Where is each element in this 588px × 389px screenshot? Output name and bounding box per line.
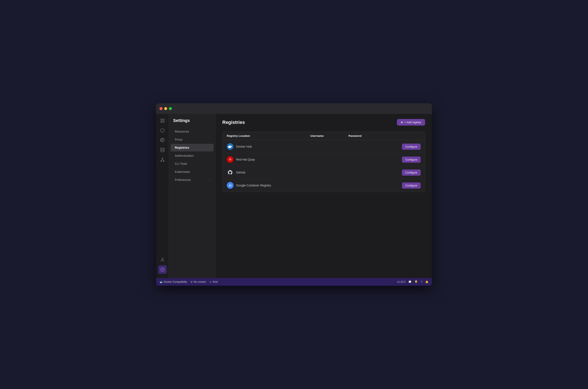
sidebar-item-cli-tools[interactable]: CLI Tools <box>170 160 214 167</box>
google-container-icon: AI <box>227 182 233 189</box>
col-password: Password <box>349 134 387 137</box>
version-label: v1.10.3 <box>397 280 405 283</box>
sidebar-icon-extensions[interactable] <box>158 136 167 144</box>
col-username: Username <box>310 134 349 137</box>
col-actions <box>387 134 421 137</box>
table-row: Red Hat Quay Configure <box>223 153 425 166</box>
table-row: AI Google Container Registry Configure <box>223 179 425 192</box>
icon-sidebar-bottom <box>158 256 167 276</box>
configure-docker-hub-button[interactable]: Configure <box>402 144 421 150</box>
no-context-item[interactable]: ⊘ No context <box>191 280 206 283</box>
registry-name-github: GitHub <box>227 169 310 176</box>
status-left: 🐋 Docker Compatibility ⊘ No context ⚠ Ki… <box>160 280 218 283</box>
sidebar-item-registries[interactable]: Registries <box>170 144 214 151</box>
svg-point-7 <box>162 158 163 159</box>
docker-hub-name: Docker Hub <box>236 145 252 148</box>
table-row: Docker Hub Configure <box>223 140 425 153</box>
docker-compatibility-label: Docker Compatibility <box>164 280 187 283</box>
chat-icon[interactable]: 💬 <box>408 280 412 283</box>
title-bar <box>156 103 432 114</box>
no-context-icon: ⊘ <box>191 280 193 283</box>
table-row: GitHub Configure <box>223 166 425 179</box>
icon-sidebar <box>156 114 169 278</box>
configure-github-button[interactable]: Configure <box>402 169 421 176</box>
google-container-name: Google Container Registry <box>236 184 271 187</box>
github-name: GitHub <box>236 171 245 174</box>
status-bar: 🐋 Docker Compatibility ⊘ No context ⚠ Ki… <box>156 278 432 286</box>
sidebar-icon-settings[interactable] <box>158 265 167 274</box>
sidebar-icon-user[interactable] <box>158 256 167 264</box>
main-layout: Settings Resources Proxy Registries Auth… <box>156 114 432 278</box>
table-header: Registry Location Username Password <box>223 132 425 140</box>
registry-name-redhat: Red Hat Quay <box>227 156 310 163</box>
svg-line-10 <box>161 159 162 161</box>
sidebar-item-label-kubernetes: Kubernetes <box>175 170 190 173</box>
sidebar-item-authentication[interactable]: Authentication <box>170 152 214 160</box>
redhat-quay-icon <box>227 156 233 163</box>
bulb-icon[interactable]: 💡 <box>415 280 418 283</box>
github-icon <box>227 169 233 176</box>
svg-rect-0 <box>161 119 162 120</box>
bell-icon[interactable]: 🔔 <box>425 280 428 283</box>
maximize-button[interactable] <box>169 107 172 110</box>
docker-hub-icon <box>227 143 233 150</box>
kind-item[interactable]: ⚠ Kind <box>209 280 218 283</box>
configure-redhat-quay-button[interactable]: Configure <box>402 157 421 163</box>
svg-point-14 <box>162 269 163 270</box>
sidebar-icon-dashboard[interactable] <box>158 116 167 125</box>
col-registry-location: Registry Location <box>227 134 310 137</box>
sidebar-icon-volumes[interactable] <box>158 146 167 154</box>
main-window: Settings Resources Proxy Registries Auth… <box>156 103 432 286</box>
content-header: Registries ⊕ + Add registry <box>222 119 425 126</box>
registry-name-docker-hub: Docker Hub <box>227 143 310 150</box>
sidebar-icon-pods[interactable] <box>158 156 167 164</box>
no-context-label: No context <box>194 280 206 283</box>
sidebar-item-label-authentication: Authentication <box>175 154 194 157</box>
sidebar-item-preferences[interactable]: Preferences › <box>170 176 214 184</box>
add-registry-button[interactable]: ⊕ + Add registry <box>397 119 425 126</box>
sidebar-item-label-proxy: Proxy <box>175 138 182 141</box>
kind-label: Kind <box>213 280 218 283</box>
chevron-right-icon: › <box>208 178 209 181</box>
nav-sidebar: Settings Resources Proxy Registries Auth… <box>169 114 216 278</box>
redhat-quay-name: Red Hat Quay <box>236 158 255 161</box>
traffic-lights <box>160 107 172 110</box>
close-button[interactable] <box>160 107 163 110</box>
svg-point-5 <box>161 138 164 142</box>
docker-compatibility-item[interactable]: 🐋 Docker Compatibility <box>160 280 187 283</box>
docker-compat-icon: 🐋 <box>160 280 163 283</box>
sidebar-item-proxy[interactable]: Proxy <box>170 136 214 143</box>
registry-table: Registry Location Username Password Dock… <box>222 131 425 192</box>
add-registry-label: + Add registry <box>404 121 421 124</box>
svg-point-6 <box>161 148 164 149</box>
settings-title: Settings <box>169 118 215 127</box>
content-area: Registries ⊕ + Add registry Registry Loc… <box>216 114 432 278</box>
help-icon[interactable]: ? <box>421 280 422 284</box>
configure-google-container-button[interactable]: Configure <box>402 182 421 189</box>
sidebar-icon-containers[interactable] <box>158 126 167 135</box>
svg-point-4 <box>162 140 163 141</box>
plus-icon: ⊕ <box>401 121 403 124</box>
svg-rect-1 <box>163 119 164 120</box>
sidebar-item-label-cli-tools: CLI Tools <box>175 162 187 165</box>
svg-rect-2 <box>161 121 162 122</box>
status-right: v1.10.3 💬 💡 ? 🔔 <box>397 280 428 284</box>
svg-point-13 <box>162 258 163 259</box>
page-title: Registries <box>222 120 245 125</box>
sidebar-item-label-preferences: Preferences <box>175 178 191 182</box>
warning-icon: ⚠ <box>209 280 211 283</box>
svg-line-11 <box>163 159 164 161</box>
minimize-button[interactable] <box>164 107 167 110</box>
sidebar-item-label-resources: Resources <box>175 130 189 133</box>
sidebar-item-label-registries: Registries <box>175 146 189 149</box>
sidebar-item-resources[interactable]: Resources <box>170 128 214 135</box>
svg-rect-3 <box>163 121 164 122</box>
sidebar-item-kubernetes[interactable]: Kubernetes <box>170 168 214 176</box>
registry-name-google: AI Google Container Registry <box>227 182 310 189</box>
